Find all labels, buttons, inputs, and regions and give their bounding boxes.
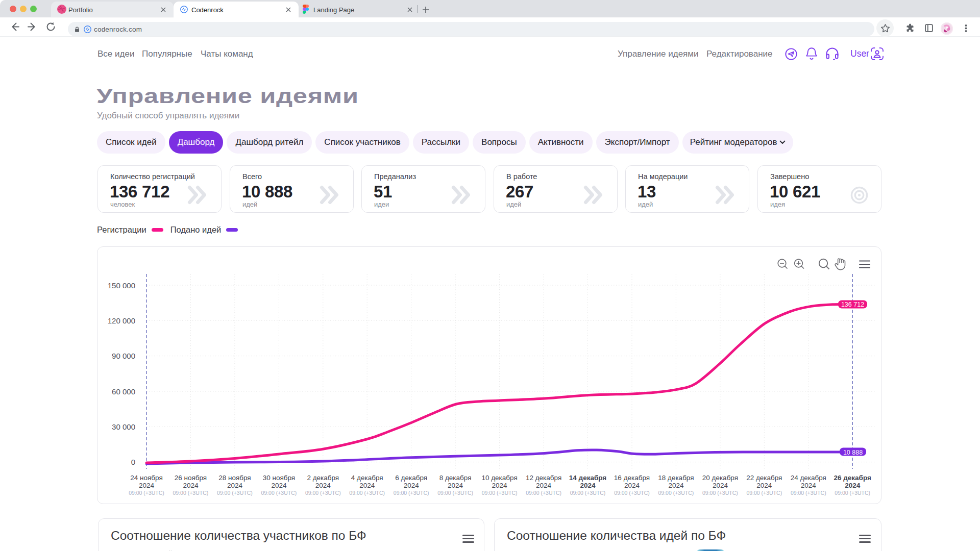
svg-text:09:00 (+3UTC): 09:00 (+3UTC) — [614, 490, 650, 496]
svg-text:09:00 (+3UTC): 09:00 (+3UTC) — [482, 490, 518, 496]
svg-text:2024: 2024 — [404, 482, 420, 489]
svg-text:28 ноября: 28 ноября — [218, 474, 251, 482]
svg-text:2024: 2024 — [227, 482, 243, 489]
svg-text:2024: 2024 — [713, 482, 728, 489]
svg-text:12 декабря: 12 декабря — [526, 474, 561, 482]
svg-text:2024: 2024 — [668, 482, 684, 489]
svg-text:136 712: 136 712 — [841, 301, 864, 308]
svg-text:18 декабря: 18 декабря — [658, 474, 694, 482]
svg-text:24 декабря: 24 декабря — [791, 474, 826, 482]
svg-text:16 декабря: 16 декабря — [614, 474, 650, 482]
svg-text:2024: 2024 — [536, 482, 552, 489]
svg-text:2024: 2024 — [624, 482, 640, 489]
svg-text:30 ноября: 30 ноября — [263, 474, 295, 482]
svg-text:09:00 (+3UTC): 09:00 (+3UTC) — [746, 490, 782, 496]
svg-text:09:00 (+3UTC): 09:00 (+3UTC) — [835, 490, 870, 496]
svg-text:14 декабря: 14 декабря — [569, 474, 606, 482]
svg-text:09:00 (+3UTC): 09:00 (+3UTC) — [173, 490, 209, 496]
svg-text:60 000: 60 000 — [112, 387, 135, 396]
svg-text:30 000: 30 000 — [112, 422, 135, 431]
svg-text:09:00 (+3UTC): 09:00 (+3UTC) — [349, 490, 385, 496]
svg-text:120 000: 120 000 — [108, 316, 135, 325]
svg-text:09:00 (+3UTC): 09:00 (+3UTC) — [570, 490, 606, 496]
svg-text:10 декабря: 10 декабря — [481, 474, 517, 482]
svg-text:2 декабря: 2 декабря — [307, 474, 339, 482]
svg-text:09:00 (+3UTC): 09:00 (+3UTC) — [658, 490, 694, 496]
svg-text:2024: 2024 — [448, 482, 463, 489]
svg-text:0: 0 — [131, 458, 135, 466]
svg-text:09:00 (+3UTC): 09:00 (+3UTC) — [305, 490, 341, 496]
svg-text:2024: 2024 — [271, 482, 287, 489]
svg-text:09:00 (+3UTC): 09:00 (+3UTC) — [702, 490, 738, 496]
svg-text:24 ноября: 24 ноября — [130, 474, 162, 482]
svg-text:2024: 2024 — [801, 482, 817, 489]
svg-text:09:00 (+3UTC): 09:00 (+3UTC) — [261, 490, 297, 496]
svg-text:2024: 2024 — [845, 482, 861, 489]
svg-text:2024: 2024 — [492, 482, 508, 489]
svg-text:6 декабря: 6 декабря — [395, 474, 427, 482]
svg-text:2024: 2024 — [315, 482, 331, 489]
svg-text:09:00 (+3UTC): 09:00 (+3UTC) — [129, 490, 164, 496]
svg-text:2024: 2024 — [580, 482, 596, 489]
svg-text:09:00 (+3UTC): 09:00 (+3UTC) — [526, 490, 561, 496]
svg-text:2024: 2024 — [183, 482, 199, 489]
svg-text:09:00 (+3UTC): 09:00 (+3UTC) — [791, 490, 826, 496]
svg-text:2024: 2024 — [139, 482, 155, 489]
svg-text:26 декабря: 26 декабря — [834, 474, 871, 482]
svg-text:20 декабря: 20 декабря — [702, 474, 738, 482]
svg-text:2024: 2024 — [756, 482, 772, 489]
svg-text:4 декабря: 4 декабря — [351, 474, 383, 482]
svg-text:09:00 (+3UTC): 09:00 (+3UTC) — [437, 490, 473, 496]
svg-text:2024: 2024 — [359, 482, 375, 489]
svg-text:150 000: 150 000 — [108, 281, 135, 290]
svg-text:22 декабря: 22 декабря — [746, 474, 782, 482]
svg-text:09:00 (+3UTC): 09:00 (+3UTC) — [217, 490, 253, 496]
svg-text:09:00 (+3UTC): 09:00 (+3UTC) — [394, 490, 429, 496]
svg-text:90 000: 90 000 — [112, 352, 135, 360]
svg-text:8 декабря: 8 декабря — [439, 474, 472, 482]
svg-text:10 888: 10 888 — [843, 449, 863, 456]
svg-text:26 ноября: 26 ноября — [175, 474, 207, 482]
